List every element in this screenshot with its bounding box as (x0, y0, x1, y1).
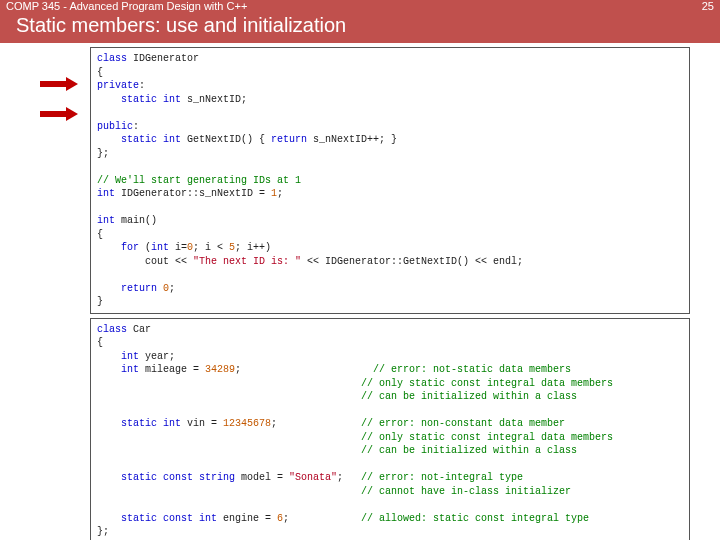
arrow-icon (40, 77, 78, 91)
header-bar: COMP 345 - Advanced Program Design with … (0, 0, 720, 12)
code-block-1: class IDGenerator { private: static int … (90, 47, 690, 314)
arrow-icon (40, 107, 78, 121)
course-label: COMP 345 - Advanced Program Design with … (6, 0, 247, 12)
slide-title: Static members: use and initialization (0, 12, 720, 43)
code-block-2: class Car { int year; int mileage = 3428… (90, 318, 690, 541)
page-number: 25 (702, 0, 714, 12)
slide-content: class IDGenerator { private: static int … (0, 43, 720, 540)
